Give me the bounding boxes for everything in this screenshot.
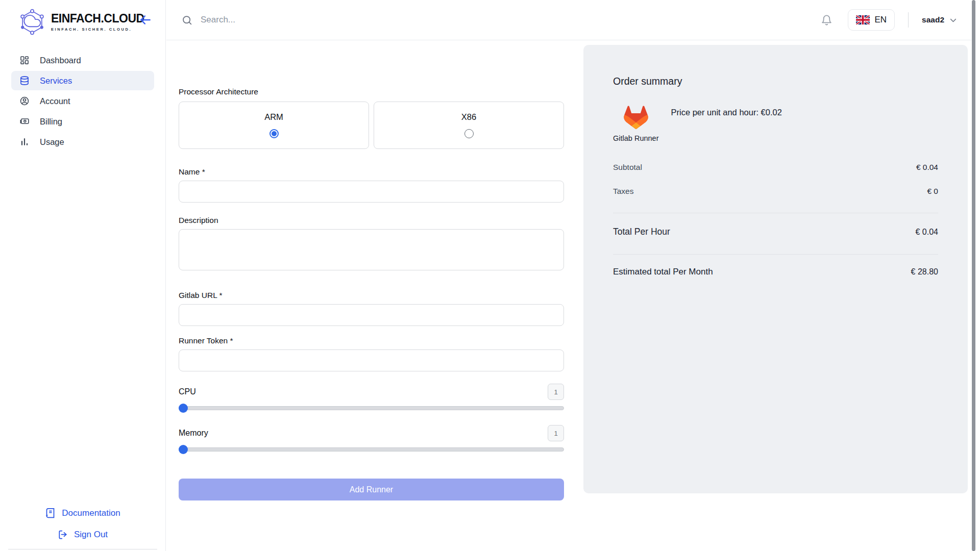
cloud-hexagon-logo-icon	[18, 8, 46, 36]
total-per-hour-value: € 0.04	[916, 228, 938, 237]
memory-row: Memory 1	[179, 425, 564, 441]
sidebar-item-billing[interactable]: Billing	[0, 111, 165, 132]
memory-slider-thumb[interactable]	[179, 445, 188, 454]
billing-banknote-icon	[19, 116, 30, 127]
sidebar-nav: Dashboard Services Account	[0, 50, 165, 152]
chevron-down-icon	[948, 15, 958, 25]
sign-out-icon	[58, 530, 68, 540]
gitlab-logo-icon	[620, 102, 652, 132]
sidebar-item-label: Billing	[40, 117, 62, 127]
scrollbar-thumb[interactable]	[972, 0, 975, 551]
language-selector[interactable]: EN	[848, 9, 895, 31]
name-field[interactable]	[179, 181, 564, 203]
x86-radio[interactable]	[464, 129, 474, 138]
gitlab-url-field[interactable]	[179, 304, 564, 326]
notification-bell-icon[interactable]	[821, 14, 832, 26]
sidebar-item-usage[interactable]: Usage	[0, 132, 165, 152]
cpu-slider-thumb[interactable]	[179, 404, 188, 413]
cpu-label: CPU	[179, 387, 196, 396]
cpu-row: CPU 1	[179, 384, 564, 400]
memory-slider[interactable]	[179, 445, 564, 454]
cpu-slider-track[interactable]	[179, 406, 564, 410]
sidebar-item-label: Dashboard	[40, 56, 81, 65]
services-database-icon	[19, 76, 30, 86]
name-label: Name *	[179, 167, 564, 177]
arch-option-x86[interactable]: X86	[374, 102, 564, 149]
username: saad2	[922, 15, 944, 24]
taxes-value: € 0	[927, 187, 938, 196]
usage-bar-chart-icon	[19, 137, 30, 147]
language-label: EN	[874, 15, 887, 25]
uk-flag-icon	[856, 15, 870, 24]
add-runner-button[interactable]: Add Runner	[179, 479, 564, 500]
cpu-value[interactable]: 1	[548, 384, 564, 400]
gitlab-url-label: Gitlab URL *	[179, 291, 564, 300]
sidebar-footer: Documentation Sign Out	[0, 508, 165, 551]
architecture-options: ARM X86	[179, 102, 564, 149]
brand-header: EINFACH.CLOUD EINFACH. SICHER. CLOUD.	[0, 0, 165, 41]
sidebar-item-label: Usage	[40, 137, 64, 147]
estimated-month-value: € 28.80	[911, 267, 938, 277]
topbar: EN saad2	[166, 0, 971, 40]
sidebar-item-dashboard[interactable]: Dashboard	[0, 50, 165, 70]
sidebar-item-services[interactable]: Services	[0, 70, 165, 91]
memory-label: Memory	[179, 429, 208, 438]
sidebar-item-label: Account	[40, 96, 70, 106]
arm-radio[interactable]	[270, 129, 279, 138]
topbar-divider	[908, 12, 909, 28]
total-per-hour-label: Total Per Hour	[613, 227, 670, 237]
taxes-label: Taxes	[613, 187, 634, 196]
documentation-link[interactable]: Documentation	[0, 508, 165, 518]
arch-option-label: ARM	[264, 112, 283, 122]
order-summary-panel: Order summary Gitlab Runner Price per un…	[583, 45, 968, 493]
description-field[interactable]	[179, 229, 564, 270]
search-input[interactable]	[200, 14, 416, 26]
total-per-hour-row: Total Per Hour € 0.04	[613, 227, 938, 237]
subtotal-value: € 0.04	[916, 163, 938, 172]
documentation-book-icon	[45, 508, 56, 518]
sidebar-item-label: Services	[40, 76, 72, 86]
subtotal-row: Subtotal € 0.04	[613, 163, 938, 172]
summary-rows: Subtotal € 0.04 Taxes € 0 Total Per Hour…	[613, 163, 938, 277]
summary-divider	[613, 254, 938, 255]
order-summary-title: Order summary	[613, 76, 938, 87]
memory-slider-track[interactable]	[179, 447, 564, 452]
product-row: Gitlab Runner Price per unit and hour: €…	[613, 102, 938, 142]
runner-token-label: Runner Token *	[179, 336, 564, 345]
price-per-unit: Price per unit and hour: €0.02	[671, 108, 781, 117]
description-label: Description	[179, 216, 564, 225]
user-menu[interactable]: saad2	[922, 15, 958, 25]
sign-out-label: Sign Out	[74, 530, 108, 540]
search-bar	[182, 14, 821, 26]
sidebar-item-account[interactable]: Account	[0, 91, 165, 111]
taxes-row: Taxes € 0	[613, 187, 938, 196]
brand-tagline: EINFACH. SICHER. CLOUD.	[51, 27, 144, 32]
dashboard-grid-icon	[19, 55, 30, 65]
add-runner-form: Processor Architecture ARM X86 Name * De…	[179, 40, 564, 500]
sign-out-link[interactable]: Sign Out	[0, 530, 165, 540]
runner-token-field[interactable]	[179, 349, 564, 371]
sidebar-bottom-divider	[8, 549, 157, 549]
sidebar-collapse-arrow-icon[interactable]	[139, 13, 152, 27]
summary-divider	[613, 213, 938, 213]
account-user-icon	[19, 96, 30, 106]
processor-architecture-label: Processor Architecture	[179, 87, 564, 96]
estimated-month-row: Estimated total Per Month € 28.80	[613, 267, 938, 277]
cpu-slider[interactable]	[179, 404, 564, 413]
sidebar: EINFACH.CLOUD EINFACH. SICHER. CLOUD. Da…	[0, 0, 166, 551]
memory-value[interactable]: 1	[548, 425, 564, 441]
brand-name: EINFACH.CLOUD	[51, 12, 144, 24]
estimated-month-label: Estimated total Per Month	[613, 267, 713, 277]
documentation-label: Documentation	[62, 508, 120, 518]
product-name: Gitlab Runner	[613, 134, 658, 142]
arch-option-label: X86	[461, 112, 476, 122]
subtotal-label: Subtotal	[613, 163, 642, 172]
arch-option-arm[interactable]: ARM	[179, 102, 369, 149]
search-icon	[182, 15, 192, 26]
